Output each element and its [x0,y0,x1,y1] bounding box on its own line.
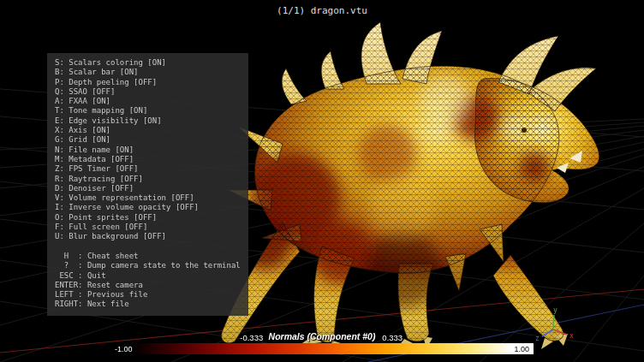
scalar-bar-title: Normals (Component #0) [269,331,376,341]
cheatsheet-line: Q: SSAO [OFF] [55,87,241,97]
viewport[interactable]: x y z (1/1) dragon.vtu S: Scalars colori… [0,0,644,362]
y-axis-label: y [553,306,558,314]
cheatsheet-line [55,242,241,252]
scalar-bar-labels: -0.333 Normals (Component #0) 0.333 [110,331,534,343]
cheatsheet-line: D: Denoiser [OFF] [55,184,241,193]
cheatsheet-line: S: Scalars coloring [ON] [55,58,241,68]
cheatsheet-line: O: Point sprites [OFF] [55,213,241,223]
eye [522,128,527,133]
scalar-bar-max: 1.00 [514,345,529,353]
scalar-bar-tick-high: 0.333 [382,333,402,342]
x-axis-label: x [569,332,574,340]
cheatsheet-line: ? : Dump camera state to the terminal [55,261,241,270]
cheatsheet-line: LEFT : Previous file [55,290,241,300]
cheatsheet-line: ESC : Quit [55,271,241,281]
cheatsheet-line: V: Volume representation [OFF] [55,193,241,203]
cheatsheet-line: I: Inverse volume opacity [OFF] [55,203,241,212]
scalar-bar-tick-low: -0.333 [240,333,263,342]
cheatsheet-line: T: Tone mapping [ON] [55,106,241,116]
cheatsheet-line: A: FXAA [ON] [55,97,241,106]
cheatsheet-line: E: Edge visibility [ON] [55,116,241,126]
colorbar-gradient: -1.00 1.00 [110,343,534,354]
z-axis-label: z [535,335,540,342]
cheatsheet-line: Z: FPS Timer [OFF] [55,164,241,174]
scalar-bar-min: -1.00 [115,345,133,353]
cheatsheet-line: B: Scalar bar [ON] [55,68,241,77]
wireframe-overlay [222,22,599,343]
cheatsheet-line: H : Cheat sheet [55,252,241,261]
cheatsheet-line: U: Blur background [OFF] [55,232,241,241]
cheatsheet-line: ENTER: Reset camera [55,281,241,290]
cheatsheet-line: G: Grid [ON] [55,135,241,145]
cheatsheet-line: R: Raytracing [OFF] [55,175,241,184]
y-axis-line [553,315,554,329]
scalar-bar: -0.333 Normals (Component #0) 0.333 -1.0… [110,331,534,354]
dragon-mesh [222,22,599,353]
cheatsheet-line: RIGHT: Next file [55,300,241,309]
cheatsheet-line: X: Axis [ON] [55,126,241,135]
cheatsheet-line: P: Depth peeling [OFF] [55,78,241,87]
filename-title: (1/1) dragon.vtu [0,5,644,16]
cheatsheet-line: M: Metadata [OFF] [55,155,241,164]
cheatsheet-line: N: File name [ON] [55,145,241,155]
cheatsheet-line: F: Full screen [OFF] [55,223,241,232]
cheatsheet: S: Scalars coloring [ON]B: Scalar bar [O… [47,53,248,316]
